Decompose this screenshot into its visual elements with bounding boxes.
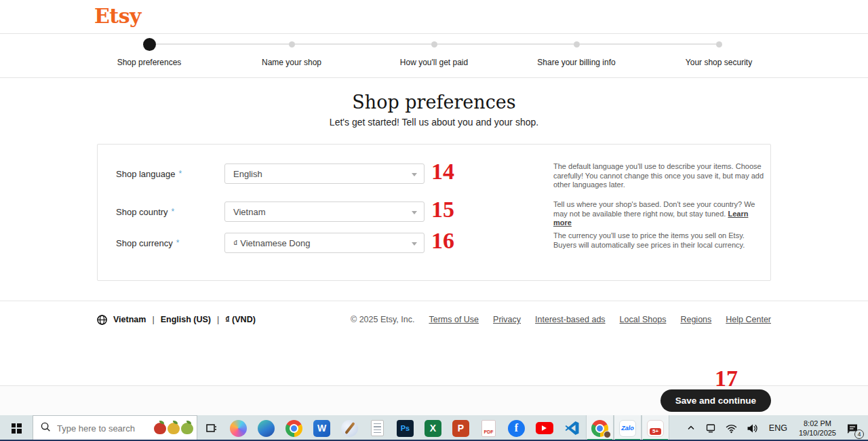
help-center-link[interactable]: Help Center — [726, 315, 771, 324]
save-and-continue-button[interactable]: Save and continue — [660, 389, 771, 412]
taskbar-app-notepad[interactable] — [363, 415, 391, 441]
shop-currency-select[interactable]: ₫ Vietnamese Dong — [224, 233, 425, 253]
search-highlight-apples-image[interactable] — [153, 423, 197, 434]
task-view-icon — [205, 422, 217, 434]
help-text: Tell us where your shop's based. Don't s… — [553, 200, 755, 218]
taskbar-app-chrome[interactable] — [280, 415, 308, 441]
tray-tablet-button[interactable] — [701, 423, 721, 434]
excel-icon: X — [425, 420, 441, 437]
system-tray: ENG 8:02 PM 19/10/2025 4 — [682, 415, 868, 441]
yellow-apple-icon — [167, 423, 180, 434]
taskbar-app-zalo[interactable]: Zalo — [614, 415, 642, 441]
required-asterisk: * — [176, 238, 180, 248]
copyright-text: © 2025 Etsy, Inc. — [351, 315, 414, 324]
tray-expand-button[interactable] — [682, 423, 701, 433]
taskbar-app-paint[interactable] — [336, 415, 363, 441]
step-your-shop-security: Your shop security — [648, 38, 790, 67]
tray-volume-button[interactable] — [742, 423, 763, 434]
wifi-icon — [726, 423, 737, 434]
search-input[interactable] — [57, 423, 153, 434]
separator: | — [152, 315, 154, 324]
site-header: Etsy — [0, 0, 868, 34]
taskbar-app-chrome-profile[interactable] — [586, 415, 614, 441]
profile-avatar — [604, 431, 611, 438]
tray-language-indicator[interactable]: ENG — [763, 423, 793, 433]
taskbar-app-photoshop[interactable]: Ps — [391, 415, 419, 441]
shop-language-help: The default language you'll use to descr… — [553, 162, 766, 190]
shop-language-label: Shop language * — [116, 164, 182, 184]
tray-date: 19/10/2025 — [799, 429, 836, 437]
step-dot — [289, 41, 295, 47]
taskbar-search[interactable] — [33, 415, 197, 441]
step-share-your-billing-info: Share your billing info — [505, 38, 648, 67]
required-asterisk: * — [172, 207, 175, 216]
shop-currency-label: Shop currency * — [116, 233, 180, 253]
taskbar-app-vscode[interactable] — [558, 415, 586, 441]
locale-settings[interactable]: Vietnam | English (US) | ₫ (VND) — [97, 315, 256, 325]
step-label: Name your shop — [262, 58, 321, 67]
label-text: Shop currency — [116, 238, 173, 248]
step-label: Your shop security — [686, 58, 752, 67]
chrome-icon — [285, 420, 302, 437]
taskbar-app-excel[interactable]: X — [419, 415, 447, 441]
step-dot — [431, 41, 437, 47]
five-plus-icon: 5+ — [647, 420, 664, 437]
step-label: How you'll get paid — [400, 58, 468, 67]
tablet-icon — [705, 423, 716, 434]
shop-country-help: Tell us where your shop's based. Don't s… — [553, 200, 766, 228]
separator: | — [217, 315, 219, 324]
privacy-link[interactable]: Privacy — [493, 315, 521, 324]
step-how-youll-get-paid: How you'll get paid — [363, 38, 505, 67]
legal-links: © 2025 Etsy, Inc. Terms of Use Privacy I… — [351, 315, 771, 324]
taskbar-app-facebook[interactable]: f — [502, 415, 530, 441]
search-icon — [41, 422, 51, 435]
select-value: English — [233, 169, 262, 179]
help-text: The currency you'll use to price the ite… — [553, 231, 745, 249]
onboarding-stepper: Shop preferences Name your shop How you'… — [0, 34, 868, 78]
speaker-icon — [747, 423, 758, 434]
vscode-icon — [564, 420, 580, 436]
tray-clock[interactable]: 8:02 PM 19/10/2025 — [793, 419, 842, 438]
shop-country-select[interactable]: Vietnam — [224, 202, 425, 222]
footer-currency: ₫ (VND) — [225, 315, 256, 324]
taskbar-app-copilot[interactable] — [224, 415, 252, 441]
step-shop-preferences: Shop preferences — [78, 38, 220, 67]
edge-icon — [258, 420, 275, 437]
zalo-icon: Zalo — [619, 420, 636, 437]
notepad-icon — [371, 420, 384, 436]
facebook-icon: f — [508, 420, 525, 437]
action-center-button[interactable]: 4 — [842, 423, 868, 434]
taskbar-app-edge[interactable] — [252, 415, 280, 441]
regions-link[interactable]: Regions — [680, 315, 711, 324]
shop-language-select[interactable]: English — [224, 164, 425, 184]
terms-of-use-link[interactable]: Terms of Use — [429, 315, 479, 324]
taskbar-app-five-plus[interactable]: 5+ — [642, 415, 669, 441]
taskbar-app-word[interactable]: W — [308, 415, 336, 441]
interest-based-ads-link[interactable]: Interest-based ads — [535, 315, 606, 324]
select-value: ₫ Vietnamese Dong — [233, 238, 310, 248]
taskbar-app-youtube[interactable] — [530, 415, 558, 441]
red-apple-icon — [154, 423, 166, 434]
pdf-reader-icon: PDF — [481, 420, 496, 437]
step-label: Share your billing info — [537, 58, 615, 67]
etsy-logo[interactable]: Etsy — [94, 4, 141, 28]
start-button[interactable] — [0, 415, 33, 441]
photoshop-icon: Ps — [397, 420, 414, 437]
shop-country-label: Shop country * — [116, 202, 174, 222]
annotation-17: 17 — [715, 366, 738, 391]
youtube-icon — [536, 422, 553, 434]
task-view-button[interactable] — [197, 415, 224, 441]
taskbar-app-powerpoint[interactable]: P — [447, 415, 475, 441]
shop-currency-help: The currency you'll use to price the ite… — [553, 231, 766, 250]
paint-icon — [341, 420, 358, 437]
step-dot — [716, 41, 722, 47]
page-footer: Vietnam | English (US) | ₫ (VND) © 2025 … — [97, 313, 771, 326]
taskbar-app-pdf[interactable]: PDF — [475, 415, 502, 441]
chevron-up-icon — [686, 423, 696, 433]
local-shops-link[interactable]: Local Shops — [620, 315, 667, 324]
green-apple-icon — [181, 423, 193, 434]
chevron-down-icon — [412, 173, 417, 176]
etsy-shop-preferences-screen: Etsy Shop preferences Name your shop How… — [0, 0, 868, 441]
step-label: Shop preferences — [117, 58, 182, 67]
tray-wifi-button[interactable] — [721, 423, 742, 434]
